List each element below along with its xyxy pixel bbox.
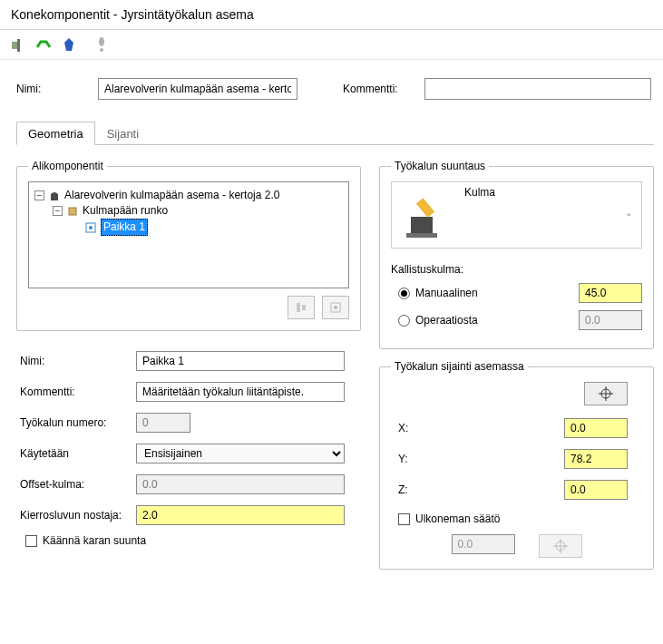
tree-root-label: Alarevolverin kulmapään asema - kertoja … (64, 188, 279, 203)
offset-label: Offset-kulma: (20, 478, 129, 491)
tree-child1-label: Kulmapään runko (83, 203, 168, 219)
offset-input (136, 474, 345, 494)
used-select[interactable]: Ensisijainen (136, 444, 345, 463)
tilt-label: Kallistuskulma: (391, 263, 642, 276)
comment-input[interactable] (424, 78, 651, 100)
svg-rect-0 (12, 42, 17, 49)
x-label: X: (398, 422, 434, 434)
used-label: Käytetään (20, 447, 129, 460)
radio-manual[interactable] (398, 288, 410, 299)
pick-position-button[interactable] (584, 382, 628, 405)
svg-point-3 (100, 48, 103, 52)
tool-icon-2[interactable] (34, 35, 53, 54)
svg-rect-4 (69, 208, 76, 215)
pick-extension-button (539, 534, 582, 558)
orientation-fieldset: Työkalun suuntaus Kulma ⌄ Kallistuskulma… (379, 160, 654, 349)
svg-rect-7 (297, 303, 300, 312)
angle-icon (399, 186, 444, 240)
toolnum-input (136, 413, 190, 433)
chevron-down-icon[interactable]: ⌄ (625, 208, 632, 218)
tab-strip: Geometria Sijanti (16, 122, 654, 145)
subcomponents-legend: Alikomponentit (28, 160, 107, 172)
operation-label: Operaatiosta (415, 314, 478, 327)
tree-row-child2[interactable]: Paikka 1 (34, 219, 343, 236)
tree-row-root[interactable]: − Alarevolverin kulmapään asema - kertoj… (34, 188, 343, 203)
position-fieldset: Työkalun sijainti asemassa X: Y: Z: (379, 360, 654, 570)
toolbar (0, 30, 663, 60)
tree[interactable]: − Alarevolverin kulmapään asema - kertoj… (28, 181, 349, 288)
tree-button-2[interactable] (322, 296, 349, 319)
radio-operation[interactable] (398, 315, 410, 327)
tool-icon-1[interactable] (9, 35, 27, 54)
z-input[interactable] (564, 480, 628, 500)
orientation-selector[interactable]: Kulma ⌄ (391, 181, 642, 249)
flip-label: Käännä karan suunta (43, 534, 146, 547)
svg-point-6 (89, 226, 93, 229)
svg-rect-11 (411, 217, 433, 233)
manual-label: Manuaalinen (415, 287, 478, 299)
subcomponents-fieldset: Alikomponentit − Alarevolverin kulmapään… (16, 160, 361, 331)
tab-location[interactable]: Sijanti (95, 122, 151, 145)
comment-label: Kommentti: (343, 83, 406, 95)
svg-rect-8 (302, 305, 306, 310)
y-label: Y: (398, 453, 434, 465)
y-input[interactable] (564, 449, 628, 469)
x-input[interactable] (564, 418, 628, 438)
tree-child2-label: Paikka 1 (101, 219, 148, 236)
tree-button-1[interactable] (288, 296, 315, 319)
operation-value-input (579, 310, 642, 330)
tab-geometry[interactable]: Geometria (16, 122, 95, 145)
manual-value-input[interactable] (579, 283, 642, 303)
name-label: Nimi: (16, 83, 80, 95)
point-icon (84, 221, 97, 234)
svg-point-10 (334, 306, 337, 309)
flip-checkbox[interactable] (25, 535, 37, 547)
rpm-input[interactable] (136, 505, 345, 525)
sub-comment-label: Kommentti: (20, 385, 129, 398)
window-title: Konekomponentit - Jyrsintätyökalun asema (0, 0, 663, 30)
svg-point-2 (99, 37, 104, 46)
rpm-label: Kierrosluvun nostaja: (20, 509, 129, 522)
orientation-legend: Työkalun suuntaus (391, 160, 489, 172)
collapse-icon[interactable]: − (53, 206, 63, 216)
collapse-icon[interactable]: − (34, 190, 44, 200)
extension-row[interactable]: Ulkoneman säätö (391, 512, 642, 525)
flip-spindle-row[interactable]: Käännä karan suunta (16, 534, 361, 547)
orientation-mode-label: Kulma (464, 186, 495, 199)
tree-row-child1[interactable]: − Kulmapään runko (34, 203, 343, 219)
svg-rect-12 (406, 233, 437, 238)
svg-rect-1 (17, 39, 20, 52)
extension-input (452, 534, 515, 554)
svg-rect-13 (416, 198, 435, 218)
exclaim-icon[interactable] (93, 35, 111, 54)
tool-icon-3[interactable] (60, 35, 78, 54)
station-icon (48, 190, 61, 202)
extension-label: Ulkoneman säätö (415, 512, 500, 525)
z-label: Z: (398, 483, 434, 496)
sub-name-input[interactable] (136, 351, 345, 371)
name-input[interactable] (98, 78, 297, 100)
extension-checkbox[interactable] (398, 513, 410, 525)
position-legend: Työkalun sijainti asemassa (391, 360, 528, 373)
body-icon (66, 205, 79, 218)
sub-comment-input[interactable] (136, 382, 345, 402)
sub-name-label: Nimi: (20, 355, 129, 367)
toolnum-label: Työkalun numero: (20, 416, 129, 429)
